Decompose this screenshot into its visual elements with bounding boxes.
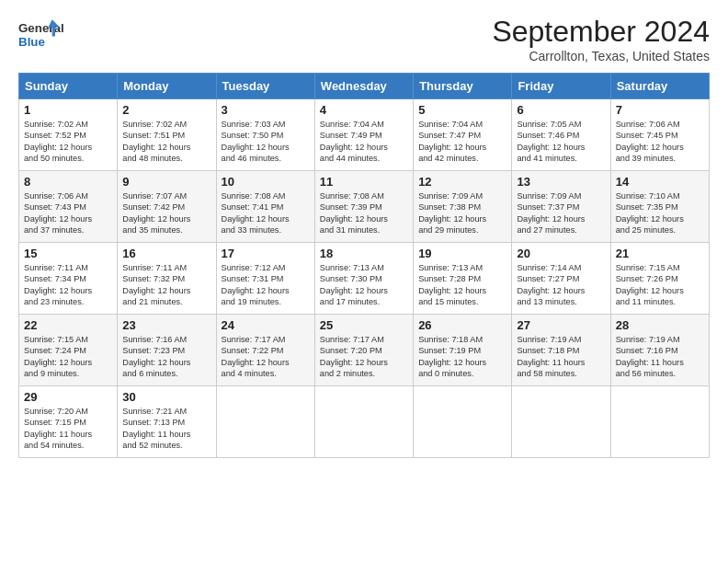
header-row: SundayMondayTuesdayWednesdayThursdayFrid… [19,74,710,99]
cell-info: Sunrise: 7:11 AMSunset: 7:32 PMDaylight:… [122,262,210,308]
cell-info: Sunrise: 7:13 AMSunset: 7:30 PMDaylight:… [320,262,408,308]
cell-info: Sunrise: 7:19 AMSunset: 7:16 PMDaylight:… [616,334,704,380]
cell-day: 20Sunrise: 7:14 AMSunset: 7:27 PMDayligh… [512,243,610,315]
cell-info: Sunrise: 7:06 AMSunset: 7:43 PMDaylight:… [24,190,112,236]
cell-info: Sunrise: 7:08 AMSunset: 7:39 PMDaylight:… [320,190,408,236]
cell-info: Sunrise: 7:02 AMSunset: 7:52 PMDaylight:… [24,119,112,165]
cell-info: Sunrise: 7:02 AMSunset: 7:51 PMDaylight:… [122,119,210,165]
day-number: 23 [122,318,210,332]
day-number: 3 [222,103,310,117]
col-header-wednesday: Wednesday [314,74,413,99]
svg-text:Blue: Blue [18,35,45,49]
week-row-4: 22Sunrise: 7:15 AMSunset: 7:24 PMDayligh… [19,315,710,386]
cell-day: 23Sunrise: 7:16 AMSunset: 7:23 PMDayligh… [118,315,216,386]
cell-day: 6Sunrise: 7:05 AMSunset: 7:46 PMDaylight… [512,99,610,171]
cell-info: Sunrise: 7:09 AMSunset: 7:38 PMDaylight:… [418,190,506,236]
cell-day: 27Sunrise: 7:19 AMSunset: 7:18 PMDayligh… [512,315,610,386]
cell-info: Sunrise: 7:07 AMSunset: 7:42 PMDaylight:… [122,190,210,236]
cell-info: Sunrise: 7:12 AMSunset: 7:31 PMDaylight:… [222,262,310,308]
cell-day: 4Sunrise: 7:04 AMSunset: 7:49 PMDaylight… [314,99,413,171]
cell-day: 9Sunrise: 7:07 AMSunset: 7:42 PMDaylight… [118,171,216,243]
day-number: 22 [24,318,112,332]
day-number: 19 [418,247,506,260]
cell-info: Sunrise: 7:17 AMSunset: 7:20 PMDaylight:… [320,334,408,380]
cell-info: Sunrise: 7:13 AMSunset: 7:28 PMDaylight:… [418,262,506,308]
col-header-sunday: Sunday [19,74,118,99]
cell-info: Sunrise: 7:06 AMSunset: 7:45 PMDaylight:… [616,119,704,165]
cell-day: 30Sunrise: 7:21 AMSunset: 7:13 PMDayligh… [118,386,216,458]
cell-info: Sunrise: 7:11 AMSunset: 7:34 PMDaylight:… [24,262,112,308]
calendar-table: SundayMondayTuesdayWednesdayThursdayFrid… [18,73,710,458]
cell-day: 28Sunrise: 7:19 AMSunset: 7:16 PMDayligh… [610,315,709,386]
cell-day: 7Sunrise: 7:06 AMSunset: 7:45 PMDaylight… [610,99,709,171]
cell-day: 15Sunrise: 7:11 AMSunset: 7:34 PMDayligh… [19,243,118,315]
cell-day: 3Sunrise: 7:03 AMSunset: 7:50 PMDaylight… [216,99,314,171]
col-header-monday: Monday [118,74,216,99]
cell-info: Sunrise: 7:03 AMSunset: 7:50 PMDaylight:… [222,119,310,165]
day-number: 15 [24,247,112,260]
cell-day: 21Sunrise: 7:15 AMSunset: 7:26 PMDayligh… [610,243,709,315]
day-number: 30 [122,390,210,404]
cell-day: 13Sunrise: 7:09 AMSunset: 7:37 PMDayligh… [512,171,610,243]
day-number: 26 [418,318,506,332]
cell-info: Sunrise: 7:15 AMSunset: 7:24 PMDaylight:… [24,334,112,380]
day-number: 6 [517,103,605,117]
cell-day [414,386,512,458]
day-number: 11 [320,175,408,189]
col-header-saturday: Saturday [610,74,709,99]
day-number: 4 [320,103,408,117]
col-header-thursday: Thursday [414,74,512,99]
day-number: 20 [517,247,605,260]
cell-day: 26Sunrise: 7:18 AMSunset: 7:19 PMDayligh… [414,315,512,386]
day-number: 10 [222,175,310,189]
day-number: 5 [418,103,506,117]
cell-info: Sunrise: 7:04 AMSunset: 7:47 PMDaylight:… [418,119,506,165]
week-row-3: 15Sunrise: 7:11 AMSunset: 7:34 PMDayligh… [19,243,710,315]
cell-info: Sunrise: 7:18 AMSunset: 7:19 PMDaylight:… [418,334,506,380]
cell-day: 14Sunrise: 7:10 AMSunset: 7:35 PMDayligh… [610,171,709,243]
cell-info: Sunrise: 7:14 AMSunset: 7:27 PMDaylight:… [517,262,605,308]
cell-info: Sunrise: 7:19 AMSunset: 7:18 PMDaylight:… [517,334,605,380]
cell-info: Sunrise: 7:15 AMSunset: 7:26 PMDaylight:… [616,262,704,308]
page: GeneralBlue September 2024 Carrollton, T… [0,0,728,467]
cell-info: Sunrise: 7:10 AMSunset: 7:35 PMDaylight:… [616,190,704,236]
cell-info: Sunrise: 7:21 AMSunset: 7:13 PMDaylight:… [122,406,210,452]
cell-day: 10Sunrise: 7:08 AMSunset: 7:41 PMDayligh… [216,171,314,243]
cell-day: 18Sunrise: 7:13 AMSunset: 7:30 PMDayligh… [314,243,413,315]
cell-info: Sunrise: 7:08 AMSunset: 7:41 PMDaylight:… [222,190,310,236]
col-header-friday: Friday [512,74,610,99]
title-block: September 2024 Carrollton, Texas, United… [492,15,710,63]
logo: GeneralBlue [18,15,64,53]
day-number: 28 [616,318,704,332]
cell-day: 24Sunrise: 7:17 AMSunset: 7:22 PMDayligh… [216,315,314,386]
cell-day: 12Sunrise: 7:09 AMSunset: 7:38 PMDayligh… [414,171,512,243]
cell-day: 11Sunrise: 7:08 AMSunset: 7:39 PMDayligh… [314,171,413,243]
cell-day: 8Sunrise: 7:06 AMSunset: 7:43 PMDaylight… [19,171,118,243]
week-row-5: 29Sunrise: 7:20 AMSunset: 7:15 PMDayligh… [19,386,710,458]
logo-svg: GeneralBlue [18,15,64,53]
day-number: 25 [320,318,408,332]
day-number: 21 [616,247,704,260]
cell-day: 29Sunrise: 7:20 AMSunset: 7:15 PMDayligh… [19,386,118,458]
day-number: 8 [24,175,112,189]
svg-text:General: General [18,21,64,35]
day-number: 29 [24,390,112,404]
week-row-1: 1Sunrise: 7:02 AMSunset: 7:52 PMDaylight… [19,99,710,171]
day-number: 16 [122,247,210,260]
day-number: 13 [517,175,605,189]
cell-day [216,386,314,458]
day-number: 17 [222,247,310,260]
day-number: 14 [616,175,704,189]
cell-info: Sunrise: 7:20 AMSunset: 7:15 PMDaylight:… [24,406,112,452]
day-number: 1 [24,103,112,117]
cell-day [314,386,413,458]
cell-day: 22Sunrise: 7:15 AMSunset: 7:24 PMDayligh… [19,315,118,386]
col-header-tuesday: Tuesday [216,74,314,99]
cell-day [512,386,610,458]
cell-day: 25Sunrise: 7:17 AMSunset: 7:20 PMDayligh… [314,315,413,386]
day-number: 18 [320,247,408,260]
cell-day: 16Sunrise: 7:11 AMSunset: 7:32 PMDayligh… [118,243,216,315]
week-row-2: 8Sunrise: 7:06 AMSunset: 7:43 PMDaylight… [19,171,710,243]
cell-info: Sunrise: 7:17 AMSunset: 7:22 PMDaylight:… [222,334,310,380]
cell-day: 2Sunrise: 7:02 AMSunset: 7:51 PMDaylight… [118,99,216,171]
